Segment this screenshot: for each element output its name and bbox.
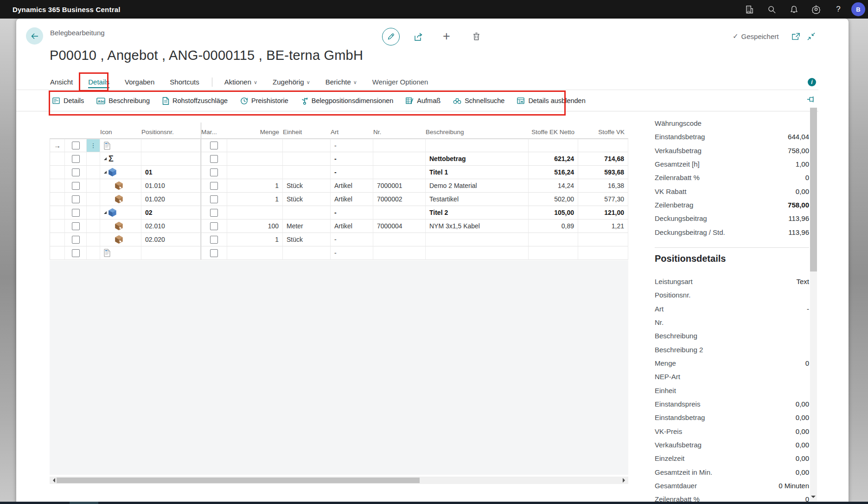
action-beschreibung-button[interactable]: AbcBeschreibung (96, 97, 150, 104)
cell-stoffe-ek-netto[interactable] (529, 246, 578, 260)
row-menu-cell[interactable] (87, 152, 100, 166)
cell-positionsnr[interactable]: 02 (141, 206, 201, 220)
cell-art[interactable]: - (331, 246, 373, 260)
action-preishistorie-button[interactable]: Preishistorie (240, 97, 288, 105)
row-menu-cell[interactable] (87, 193, 100, 206)
cell-positionsnr[interactable]: 01 (141, 166, 201, 179)
cell-einheit[interactable]: Meter (283, 220, 331, 233)
grid-row[interactable]: 02-Titel 2105,00121,00 (50, 206, 628, 220)
column-header-vk[interactable]: Stoffe VK (578, 123, 628, 138)
row-checkbox[interactable] (72, 182, 80, 190)
column-header-ek[interactable]: Stoffe EK Netto (529, 123, 578, 138)
mark-checkbox[interactable] (210, 249, 218, 257)
grid-row[interactable]: - (50, 246, 628, 260)
cell-beschreibung[interactable]: NYM 3x1,5 Kabel (426, 220, 529, 233)
cell-beschreibung[interactable]: Nettobetrag (426, 152, 529, 166)
cell-beschreibung[interactable]: Titel 1 (426, 166, 529, 179)
cell-nr[interactable]: 7000002 (373, 193, 426, 206)
row-menu-cell[interactable] (87, 206, 100, 220)
row-menu-cell[interactable] (87, 166, 100, 179)
mark-checkbox[interactable] (210, 182, 218, 190)
cell-art[interactable]: - (331, 206, 373, 220)
cell-menge[interactable] (227, 206, 283, 220)
expand-caret-icon[interactable] (104, 157, 107, 160)
column-header-art[interactable]: Art (331, 123, 373, 138)
action-schnellsuche-button[interactable]: Schnellsuche (453, 97, 504, 104)
cell-einheit[interactable] (283, 152, 331, 166)
cell-stoffe-vk[interactable] (578, 233, 628, 246)
back-button[interactable] (26, 27, 43, 45)
help-icon[interactable]: ? (827, 0, 849, 19)
cell-positionsnr[interactable]: 02.020 (141, 233, 201, 246)
action-details-ausblenden-button[interactable]: Details ausblenden (517, 97, 585, 104)
row-menu-cell[interactable] (87, 233, 100, 246)
share-button[interactable] (414, 32, 425, 44)
edit-button[interactable] (382, 28, 400, 45)
cell-beschreibung[interactable]: Titel 2 (426, 206, 529, 220)
mark-checkbox[interactable] (210, 209, 218, 217)
cell-beschreibung[interactable] (426, 246, 529, 260)
cell-positionsnr[interactable] (141, 152, 201, 166)
column-header-icon[interactable]: Icon (100, 123, 141, 138)
cell-stoffe-vk[interactable]: 577,30 (578, 193, 628, 206)
row-checkbox[interactable] (72, 249, 80, 257)
tab-ansicht[interactable]: Ansicht (50, 78, 73, 86)
cell-stoffe-ek-netto[interactable]: 0,89 (529, 220, 578, 233)
column-header-besch[interactable]: Beschreibung (426, 123, 529, 138)
scroll-down-arrow[interactable] (811, 496, 816, 500)
row-checkbox[interactable] (72, 195, 80, 203)
tab-vorgaben[interactable]: Vorgaben (125, 78, 154, 86)
mark-checkbox[interactable] (210, 236, 218, 244)
cell-stoffe-ek-netto[interactable] (529, 139, 578, 152)
cell-positionsnr[interactable] (141, 139, 201, 152)
cell-einheit[interactable]: Stück (283, 179, 331, 193)
cell-beschreibung[interactable]: Demo 2 Material (426, 179, 529, 193)
cell-stoffe-ek-netto[interactable]: 14,24 (529, 179, 578, 193)
cell-nr[interactable] (373, 233, 426, 246)
gear-icon[interactable] (805, 0, 827, 19)
cell-stoffe-vk[interactable] (578, 139, 628, 152)
row-checkbox[interactable] (72, 168, 80, 176)
grid-row[interactable]: 01.0101StückArtikel7000001Demo 2 Materia… (50, 179, 628, 193)
column-header-einheit[interactable]: Einheit (283, 123, 331, 138)
cell-stoffe-ek-netto[interactable]: 516,24 (529, 166, 578, 179)
grid-row[interactable]: Σ-Nettobetrag621,24714,68 (50, 152, 628, 166)
row-menu-cell[interactable] (87, 246, 100, 260)
cell-stoffe-vk[interactable]: 1,21 (578, 220, 628, 233)
horizontal-scrollbar[interactable] (50, 477, 628, 484)
column-header-mar[interactable]: Mar... (201, 123, 227, 138)
cell-einheit[interactable]: Stück (283, 233, 331, 246)
cell-positionsnr[interactable] (141, 246, 201, 260)
cell-nr[interactable] (373, 206, 426, 220)
company-icon[interactable] (738, 0, 760, 19)
row-checkbox[interactable] (72, 209, 80, 217)
cell-beschreibung[interactable]: Testartikel (426, 193, 529, 206)
cell-menge[interactable] (227, 166, 283, 179)
mark-checkbox[interactable] (210, 168, 218, 176)
tab-aktionen[interactable]: Aktionen∨ (224, 78, 257, 86)
cell-einheit[interactable] (283, 206, 331, 220)
cell-menge[interactable] (227, 139, 283, 152)
row-menu-cell[interactable] (87, 179, 100, 193)
row-options-icon[interactable]: ⋮ (87, 139, 100, 152)
new-button[interactable]: + (443, 31, 450, 42)
row-menu-cell[interactable] (87, 220, 100, 233)
cell-stoffe-vk[interactable]: 714,68 (578, 152, 628, 166)
cell-art[interactable]: - (331, 233, 373, 246)
tab-berichte[interactable]: Berichte∨ (326, 78, 357, 86)
cell-menge[interactable]: 1 (227, 193, 283, 206)
cell-nr[interactable] (373, 166, 426, 179)
action-aufmass-button[interactable]: Aufmaß (406, 97, 440, 104)
column-header-pos[interactable]: Positionsnr. (141, 123, 201, 138)
cell-stoffe-vk[interactable]: 121,00 (578, 206, 628, 220)
cell-art[interactable]: Artikel (331, 179, 373, 193)
cell-stoffe-vk[interactable]: 593,68 (578, 166, 628, 179)
tab-zugehorig[interactable]: Zugehörig∨ (273, 78, 310, 86)
mark-checkbox[interactable] (210, 195, 218, 203)
row-checkbox[interactable] (72, 236, 80, 244)
cell-einheit[interactable] (283, 246, 331, 260)
cell-nr[interactable] (373, 152, 426, 166)
grid-row[interactable]: 02.010100MeterArtikel7000004NYM 3x1,5 Ka… (50, 220, 628, 233)
cell-stoffe-ek-netto[interactable]: 502,00 (529, 193, 578, 206)
cell-menge[interactable]: 100 (227, 220, 283, 233)
